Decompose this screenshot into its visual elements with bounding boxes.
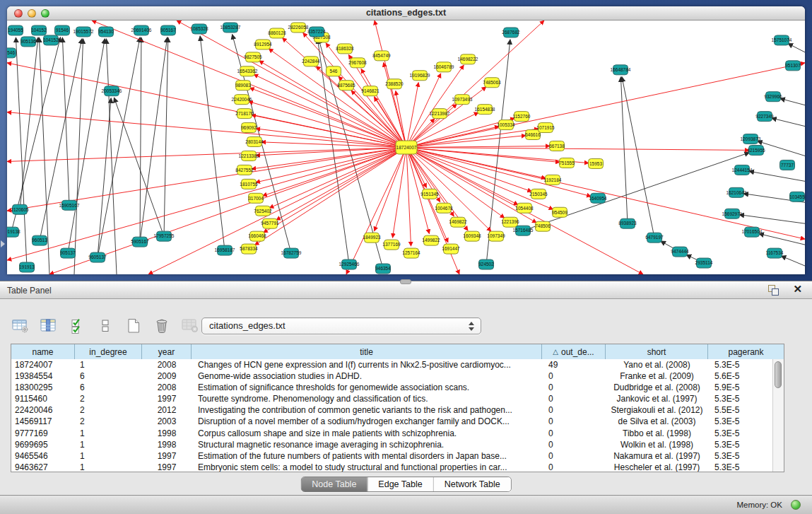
graph-node[interactable]: 969092 xyxy=(241,123,257,133)
graph-node[interactable]: 1640954 xyxy=(589,193,607,203)
table-mode-icon[interactable] xyxy=(11,317,30,335)
graph-node[interactable]: 1152760 xyxy=(513,112,531,122)
graph-node[interactable]: 8938923 xyxy=(618,218,637,228)
graph-node[interactable]: 748506 xyxy=(535,221,551,231)
tab-node-table[interactable]: Node Table xyxy=(301,477,367,491)
graph-edge-red[interactable] xyxy=(256,148,406,183)
delete-column-icon[interactable] xyxy=(152,317,172,335)
graph-edge-black[interactable] xyxy=(40,39,82,240)
graph-node[interactable]: 10973493 xyxy=(452,95,473,105)
graph-node[interactable]: 16210643 xyxy=(726,187,747,197)
graph-node[interactable]: 954509 xyxy=(552,207,567,217)
graph-node[interactable]: 905167 xyxy=(160,25,176,35)
graph-edge-black[interactable] xyxy=(11,37,61,233)
graph-node[interactable]: 1469822 xyxy=(449,217,467,227)
column-header-name[interactable]: name xyxy=(11,344,75,359)
table-row[interactable]: 946362711997Embryonic stem cells: a mode… xyxy=(11,462,773,472)
table-row[interactable]: 1830029562008Estimation of significance … xyxy=(11,382,773,393)
graph-edge-red[interactable] xyxy=(254,148,406,245)
graph-node[interactable]: 91546 xyxy=(7,48,16,58)
graph-node[interactable]: 12213987 xyxy=(430,109,450,119)
graph-edge-red[interactable] xyxy=(249,88,406,147)
table-rows-icon[interactable] xyxy=(95,317,115,335)
graph-node[interactable]: 12925466 xyxy=(339,259,360,269)
graph-node[interactable]: 194055 xyxy=(8,25,23,35)
scrollbar-thumb[interactable] xyxy=(775,361,782,388)
graph-node[interactable]: 10853287 xyxy=(220,23,241,33)
graph-edge-black[interactable] xyxy=(772,118,805,127)
graph-node[interactable]: 2718176 xyxy=(235,109,254,119)
network-canvas[interactable]: 1872400788601288912954982750516543362989… xyxy=(7,21,805,274)
graph-edge-red[interactable] xyxy=(177,21,406,148)
graph-node[interactable]: 9474444 xyxy=(671,247,689,257)
table-row[interactable]: 1872400712008Changes of HCN gene express… xyxy=(11,359,773,370)
graph-node[interactable]: 9329966 xyxy=(764,92,782,102)
table-row[interactable]: 946554611997Estimation of the future num… xyxy=(11,450,773,462)
graph-edge-red[interactable] xyxy=(375,148,406,231)
graph-node[interactable]: 8427552 xyxy=(235,165,254,175)
graph-node[interactable]: 12093873 xyxy=(741,134,761,144)
graph-node[interactable]: 924502 xyxy=(478,259,494,269)
graph-node[interactable]: 1919138 xyxy=(7,227,20,237)
graph-edge-black[interactable] xyxy=(164,37,168,236)
graph-node[interactable]: 1810755 xyxy=(240,179,258,189)
new-column-icon[interactable] xyxy=(124,317,143,335)
graph-node[interactable]: 103455 xyxy=(789,192,805,201)
graph-node[interactable]: 9151345 xyxy=(420,189,439,199)
show-columns-icon[interactable] xyxy=(39,317,59,335)
graph-node[interactable]: 16648784 xyxy=(611,65,631,75)
graph-node[interactable]: 905136 xyxy=(20,37,36,47)
graph-node[interactable]: 15716485 xyxy=(513,226,534,235)
graph-edge-red[interactable] xyxy=(406,136,526,148)
graph-edge-black[interactable] xyxy=(759,233,805,245)
panel-collapse-arrow[interactable] xyxy=(1,240,5,247)
graph-node[interactable]: 1499822 xyxy=(422,235,440,245)
graph-node[interactable]: 9146821 xyxy=(361,86,379,96)
graph-edge-black[interactable] xyxy=(523,153,750,230)
graph-edge-red[interactable] xyxy=(393,148,406,238)
graph-node[interactable]: 1660468 xyxy=(248,231,266,241)
graph-node[interactable]: 16154838 xyxy=(475,105,495,115)
graph-node[interactable]: 989083 xyxy=(235,81,251,90)
graph-edge-black[interactable] xyxy=(749,171,805,181)
graph-node[interactable]: 2803144 xyxy=(245,137,264,147)
graph-node[interactable]: 317004 xyxy=(248,193,264,203)
graph-node[interactable]: 104152 xyxy=(43,35,59,45)
graph-node[interactable]: 5905167 xyxy=(131,237,149,247)
graph-node[interactable]: 6479197 xyxy=(645,233,664,243)
graph-node[interactable]: 22420046 xyxy=(232,95,252,105)
graph-node[interactable]: 751555 xyxy=(559,158,575,168)
float-window-icon[interactable] xyxy=(768,285,779,296)
column-header-in_degree[interactable]: in_degree xyxy=(75,344,142,359)
graph-node[interactable]: 1192184 xyxy=(544,175,562,185)
graph-node[interactable]: 7485063 xyxy=(483,78,501,88)
graph-edge-red[interactable] xyxy=(252,148,406,170)
graph-node[interactable]: 5878334 xyxy=(240,244,258,254)
graph-node[interactable]: 1167534 xyxy=(766,248,784,258)
table-row[interactable]: 2242004622012Investigating the contribut… xyxy=(11,404,773,416)
graph-node[interactable]: 2388520 xyxy=(385,79,404,89)
column-header-pagerank[interactable]: pagerank xyxy=(708,344,784,359)
graph-node[interactable]: 1005334 xyxy=(497,120,515,130)
column-header-title[interactable]: title xyxy=(192,344,542,359)
graph-node[interactable]: 1071915 xyxy=(536,123,555,133)
graph-edge-red[interactable] xyxy=(148,148,406,275)
graph-edge-red[interactable] xyxy=(256,148,406,156)
graph-edge-red[interactable] xyxy=(7,63,406,148)
graph-node[interactable]: 19196829 xyxy=(410,71,430,81)
graph-node[interactable]: 17016504 xyxy=(742,227,763,237)
graph-node[interactable]: 2150345 xyxy=(529,189,548,199)
graph-node[interactable]: 91546 xyxy=(55,25,70,35)
row-selection-icon[interactable] xyxy=(67,317,87,335)
graph-node[interactable]: 546 xyxy=(326,66,341,76)
graph-node[interactable]: 954130 xyxy=(98,27,114,37)
graph-node[interactable]: 8875685 xyxy=(337,81,355,90)
graph-node[interactable]: 8215955 xyxy=(747,146,765,156)
graph-edge-red[interactable] xyxy=(406,146,550,148)
graph-node[interactable]: 19015572 xyxy=(73,27,94,37)
graph-node[interactable]: 1257164 xyxy=(402,248,420,258)
table-row[interactable]: 969969511998Structural magnetic resonanc… xyxy=(11,439,773,450)
graph-node[interactable]: 15905167 xyxy=(59,200,80,210)
close-panel-icon[interactable]: ✕ xyxy=(793,283,802,296)
graph-edge-red[interactable] xyxy=(406,148,749,151)
